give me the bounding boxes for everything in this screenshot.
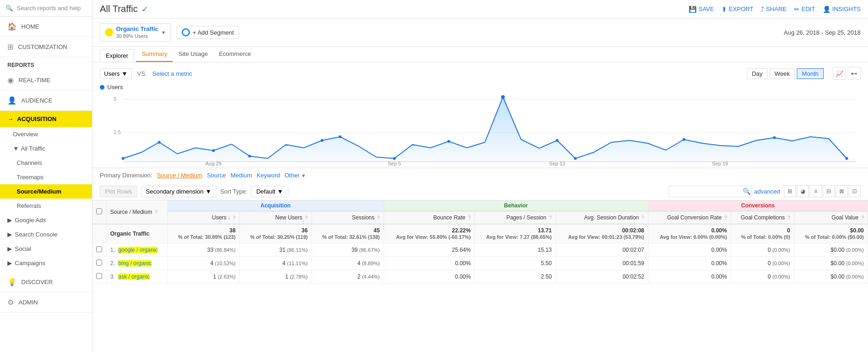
search-input[interactable] — [669, 186, 752, 197]
goal-value-help-icon: ? — [861, 215, 864, 220]
secondary-dimension-dropdown[interactable]: Secondary dimension ▼ — [141, 186, 217, 197]
line-chart-button[interactable]: 📈 — [833, 67, 846, 80]
row3-checkbox-cell[interactable] — [92, 270, 106, 284]
sidebar-item-admin[interactable]: ⚙ ADMIN — [0, 292, 92, 313]
period-week-button[interactable]: Week — [770, 68, 795, 79]
share-button[interactable]: ⤴ SHARE — [761, 6, 787, 13]
sidebar-item-customization[interactable]: ⊞ CUSTOMIZATION — [0, 37, 92, 57]
select-metric[interactable]: Select a metric — [153, 70, 192, 77]
source-medium-header[interactable]: Source / Medium ? — [106, 200, 167, 224]
svg-text:Sep 19: Sep 19 — [712, 161, 728, 166]
sidebar-item-audience[interactable]: 👤 AUDIENCE — [0, 91, 92, 111]
bounce-rate-header[interactable]: Bounce Rate ? — [384, 211, 475, 224]
plot-rows-button: Plot Rows — [100, 186, 137, 197]
dim-medium[interactable]: Medium — [231, 172, 252, 179]
sidebar-group-googleads[interactable]: ▶ Google Ads — [0, 213, 92, 227]
row2-source-link[interactable]: bing / organic — [118, 260, 152, 267]
table-view-button[interactable]: ⊟ — [823, 185, 835, 197]
insights-button[interactable]: 👤 INSIGHTS — [823, 6, 861, 13]
realtime-icon: ◉ — [7, 76, 14, 85]
period-day-button[interactable]: Day — [747, 68, 768, 79]
sidebar-sub-referrals[interactable]: Referrals — [0, 199, 92, 213]
grid-view-button[interactable]: ⊞ — [784, 185, 796, 197]
row1-new-users: 31 (86.11%) — [239, 243, 312, 257]
table-row: 3. ask / organic 1 (2.63%) 1 (2.78%) 2 (… — [92, 270, 868, 284]
goal-completions-header[interactable]: Goal Completions ? — [731, 211, 794, 224]
sidebar-group-social[interactable]: ▶ Social — [0, 242, 92, 256]
sidebar-sub-channels[interactable]: Channels — [0, 156, 92, 170]
chart-legend: Users — [100, 84, 861, 91]
svg-point-13 — [447, 140, 450, 143]
period-month-button[interactable]: Month — [797, 68, 824, 79]
sidebar-group-searchconsole[interactable]: ▶ Search Console — [0, 227, 92, 242]
referrals-label: Referrals — [17, 202, 41, 209]
row2-checkbox[interactable] — [96, 260, 102, 266]
dim-keyword[interactable]: Keyword — [257, 172, 280, 179]
avg-duration-header[interactable]: Avg. Session Duration ? — [556, 211, 648, 224]
total-users: 38 % of Total: 30.89% (123) — [167, 224, 239, 243]
organic-traffic-segment[interactable]: Organic Traffic 30.89% Users ▼ — [100, 23, 171, 42]
table-actions: Plot Rows Secondary dimension ▼ Sort Typ… — [92, 182, 868, 200]
list-view-button[interactable]: ≡ — [810, 185, 822, 197]
total-avg-duration: 00:02:08 Avg for View: 00:01:23 (53.79%) — [556, 224, 648, 243]
lifetime-view-button[interactable]: ⊡ — [849, 185, 861, 197]
goal-conv-rate-header[interactable]: Goal Conversion Rate ? — [648, 211, 731, 224]
row3-users: 1 (2.63%) — [167, 270, 239, 284]
bar-chart-button[interactable]: ⊷ — [848, 67, 861, 80]
sidebar-item-realtime[interactable]: ◉ REAL-TIME — [0, 70, 92, 91]
edit-button[interactable]: ✏ EDIT — [794, 6, 815, 13]
svg-text:2.5: 2.5 — [114, 129, 121, 135]
home-icon: 🏠 — [7, 22, 17, 31]
admin-icon: ⚙ — [7, 298, 14, 307]
sidebar-item-home[interactable]: 🏠 HOME — [0, 17, 92, 37]
select-all-checkbox-header[interactable] — [92, 200, 106, 224]
tab-summary[interactable]: Summary — [136, 47, 173, 62]
add-segment-button[interactable]: + Add Segment — [177, 26, 239, 39]
save-button[interactable]: 💾 SAVE — [689, 6, 714, 13]
new-users-help-icon: ? — [305, 215, 308, 220]
pivot-view-button[interactable]: ⊠ — [836, 185, 848, 197]
dim-source[interactable]: Source — [207, 172, 226, 179]
sessions-help-icon: ? — [377, 215, 380, 220]
sidebar-sub-overview[interactable]: Overview — [0, 127, 92, 141]
users-header[interactable]: Users ↓ ? — [167, 211, 239, 224]
pie-chart-button[interactable]: ◕ — [797, 185, 809, 197]
row1-checkbox[interactable] — [96, 246, 102, 252]
chart-type-buttons: 📈 ⊷ — [833, 67, 861, 80]
row1-source-link[interactable]: google / organic — [118, 247, 158, 253]
sidebar-sub-treemaps[interactable]: Treemaps — [0, 170, 92, 184]
row2-checkbox-cell[interactable] — [92, 257, 106, 270]
export-button[interactable]: ⬆ EXPORT — [721, 6, 753, 13]
new-users-header[interactable]: New Users ? — [239, 211, 312, 224]
goal-value-header[interactable]: Goal Value ? — [794, 211, 868, 224]
select-all-checkbox[interactable] — [96, 208, 102, 214]
sort-type-dropdown[interactable]: Default ▼ — [251, 186, 288, 197]
total-new-users: 36 % of Total: 30.25% (119) — [239, 224, 312, 243]
overview-label: Overview — [13, 131, 38, 138]
sidebar-group-campaigns[interactable]: ▶ Campaigns — [0, 256, 92, 270]
pages-session-header[interactable]: Pages / Session ? — [475, 211, 556, 224]
sourcemedium-label: Source/Medium — [17, 188, 61, 195]
sidebar-discover-label: DISCOVER — [21, 279, 53, 285]
svg-point-6 — [122, 157, 124, 160]
row3-checkbox[interactable] — [96, 273, 102, 279]
dim-source-medium[interactable]: Source / Medium — [157, 172, 202, 179]
sidebar-item-acquisition[interactable]: → ACQUISITION — [0, 111, 92, 127]
row1-checkbox-cell[interactable] — [92, 243, 106, 257]
row3-new-users: 1 (2.78%) — [239, 270, 312, 284]
row3-source-link[interactable]: ask / organic — [118, 273, 150, 280]
sessions-header[interactable]: Sessions ? — [312, 211, 384, 224]
sidebar-item-discover[interactable]: 💡 DISCOVER — [0, 272, 92, 292]
table-controls: Primary Dimension: Source / Medium Sourc… — [92, 168, 868, 182]
segment-dot — [105, 28, 113, 36]
metric-dropdown[interactable]: Users ▼ — [100, 68, 132, 79]
sidebar-sub-alltraffic[interactable]: ▼ All Traffic — [0, 141, 92, 156]
explorer-tab[interactable]: Explorer — [100, 49, 134, 62]
sidebar-sub-sourcemedium[interactable]: Source/Medium — [0, 184, 92, 199]
search-bar[interactable]: 🔍 Search reports and help — [0, 0, 92, 17]
tab-ecommerce[interactable]: Ecommerce — [214, 47, 257, 62]
dim-other[interactable]: Other — [285, 172, 300, 179]
tab-site-usage[interactable]: Site Usage — [173, 47, 214, 62]
advanced-link[interactable]: advanced — [754, 188, 780, 195]
expand-campaigns-icon: ▶ — [7, 260, 12, 267]
